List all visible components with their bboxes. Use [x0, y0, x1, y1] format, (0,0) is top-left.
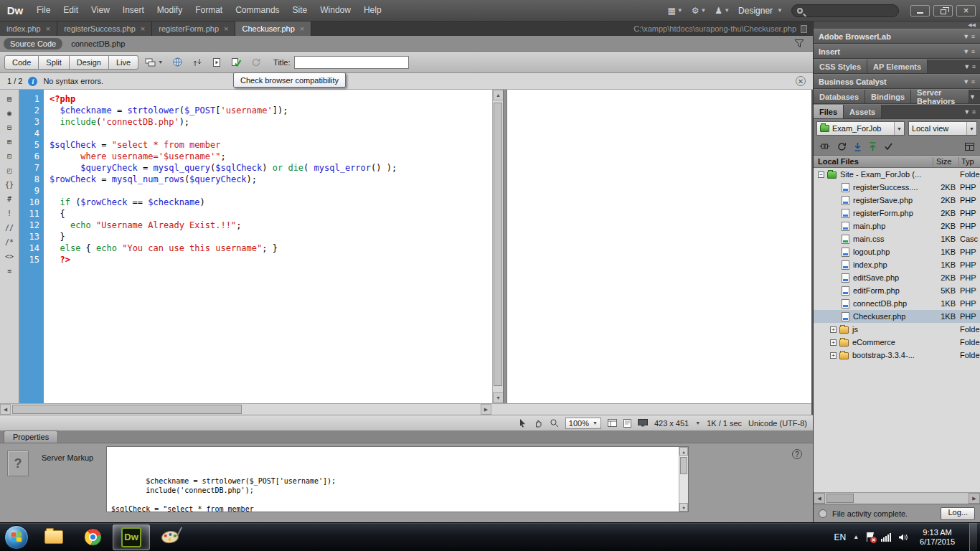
network-icon[interactable]: [881, 533, 891, 542]
server-markup-preview[interactable]: $checkname = strtolower($_POST['username…: [106, 446, 689, 512]
volume-icon[interactable]: [898, 533, 908, 542]
title-input[interactable]: [294, 56, 409, 69]
live-view-button[interactable]: Live: [109, 55, 138, 70]
scroll-right-icon[interactable]: ▶: [969, 493, 980, 504]
apply-comment-icon[interactable]: //: [3, 222, 16, 232]
properties-tab[interactable]: Properties: [4, 430, 58, 443]
scroll-right-icon[interactable]: ▶: [481, 404, 491, 415]
refresh-icon[interactable]: [837, 142, 847, 151]
tree-row-registerSave.php[interactable]: registerSave.php2KBPHP: [814, 194, 980, 207]
check-browser-compatibility-icon[interactable]: [228, 55, 245, 70]
log-button[interactable]: Log...: [941, 507, 975, 520]
preview-in-browser-icon[interactable]: [169, 55, 186, 70]
multiscreen-preview-icon[interactable]: ▼: [142, 55, 166, 70]
grid-view-icon[interactable]: [608, 419, 617, 427]
collapse-selection-icon[interactable]: ⊞: [3, 136, 16, 146]
code-vertical-scrollbar[interactable]: ▲ ▼: [492, 90, 503, 403]
source-code-button[interactable]: Source Code: [4, 38, 62, 50]
panel-menu-icon[interactable]: ▼: [969, 93, 980, 100]
column-local-files[interactable]: Local Files: [814, 157, 933, 166]
line-number-gutter[interactable]: 123456789101112131415: [19, 90, 44, 403]
w3c-validation-icon[interactable]: [209, 55, 225, 70]
zoom-tool-icon[interactable]: [550, 418, 559, 428]
menu-help[interactable]: Help: [357, 5, 388, 15]
put-files-icon[interactable]: [869, 142, 877, 151]
workspace-switcher[interactable]: Designer▼: [738, 6, 783, 16]
tree-row-main.css[interactable]: main.css1KBCasc: [814, 232, 980, 245]
scrollbar-thumb[interactable]: [12, 405, 242, 414]
design-view-button[interactable]: Design: [70, 55, 109, 70]
collapse-panels-icon[interactable]: ◀◀: [968, 22, 976, 28]
monitor-icon[interactable]: [638, 419, 648, 427]
highlight-invalid-code-icon[interactable]: !: [3, 208, 16, 218]
scrollbar-thumb[interactable]: [494, 103, 502, 386]
tree-row-editForm.php[interactable]: editForm.php5KBPHP: [814, 284, 980, 297]
select-parent-tag-icon[interactable]: ◰: [3, 165, 16, 175]
tree-row-main.php[interactable]: main.php2KBPHP: [814, 220, 980, 232]
get-files-icon[interactable]: [854, 142, 862, 151]
tab-close-icon[interactable]: ×: [141, 24, 145, 33]
balance-braces-icon[interactable]: {}: [3, 179, 16, 189]
file-management-icon[interactable]: [189, 55, 205, 70]
language-indicator[interactable]: EN: [834, 532, 846, 542]
scroll-left-icon[interactable]: ◀: [0, 404, 11, 415]
document-tab-registerForm.php[interactable]: registerForm.php×: [152, 22, 235, 36]
document-tab-Checkuser.php[interactable]: Checkuser.php×: [235, 22, 311, 36]
remove-comment-icon[interactable]: /*: [3, 237, 16, 247]
files-horizontal-scrollbar[interactable]: ◀ ▶: [814, 492, 980, 504]
menu-commands[interactable]: Commands: [229, 5, 286, 15]
close-info-bar-icon[interactable]: ✕: [796, 76, 806, 86]
tree-row-registerForm.php[interactable]: registerForm.php2KBPHP: [814, 207, 980, 220]
split-view-button[interactable]: Split: [39, 55, 69, 70]
line-numbers-icon[interactable]: #: [3, 194, 16, 204]
tab-ap-elements[interactable]: AP Elements: [867, 60, 928, 73]
scroll-up-icon[interactable]: ▲: [493, 90, 504, 100]
panel-business-catalyst[interactable]: Business Catalyst ▼ ≡: [814, 74, 980, 89]
taskbar-paint-button[interactable]: [151, 524, 189, 550]
hand-tool-icon[interactable]: [534, 418, 543, 428]
collapse-icon[interactable]: −: [818, 171, 824, 178]
taskbar-clock[interactable]: 9:13 AM 6/17/2015: [915, 528, 959, 547]
scroll-down-icon[interactable]: ▼: [493, 392, 504, 403]
expand-icon[interactable]: +: [830, 339, 837, 346]
design-view-pane[interactable]: [507, 90, 811, 403]
tab-bindings[interactable]: Bindings: [865, 90, 911, 103]
layout-switcher-icon[interactable]: ▦▼: [667, 6, 682, 16]
connect-to-remote-icon[interactable]: [819, 142, 830, 151]
view-select[interactable]: Local view ▼: [908, 121, 977, 136]
scroll-up-icon[interactable]: ▲: [679, 447, 688, 456]
column-size[interactable]: Size: [933, 157, 958, 166]
panel-menu-icon[interactable]: ▼ ≡: [963, 108, 980, 116]
filter-related-files-icon[interactable]: [794, 39, 804, 48]
menu-site[interactable]: Site: [286, 5, 314, 15]
scroll-left-icon[interactable]: ◀: [814, 493, 825, 504]
panel-browserlab[interactable]: Adobe BrowserLab ▼ ≡: [814, 29, 980, 44]
page-view-icon[interactable]: [623, 419, 631, 428]
collapse-full-tag-icon[interactable]: ⊟: [3, 122, 16, 132]
expand-panel-icon[interactable]: [965, 143, 974, 151]
tree-row-editSave.php[interactable]: editSave.php2KBPHP: [814, 271, 980, 284]
tab-close-icon[interactable]: ×: [300, 24, 304, 33]
zoom-level-select[interactable]: 100%▼: [565, 418, 601, 429]
recent-snippets-icon[interactable]: ≡: [3, 265, 16, 276]
preview-scrollbar[interactable]: ▲ ▼: [679, 447, 688, 512]
panel-menu-icon[interactable]: ▼ ≡: [963, 48, 975, 55]
tree-row-index.php[interactable]: index.php1KBPHP: [814, 258, 980, 271]
hidden-icons-icon[interactable]: ▲: [853, 534, 859, 540]
tab-close-icon[interactable]: ×: [46, 24, 50, 33]
gear-icon[interactable]: ⚙▼: [692, 6, 707, 16]
tree-row-bootstrap-3.3.4-...[interactable]: +bootstrap-3.3.4-...Folde: [814, 349, 980, 362]
scroll-down-icon[interactable]: ▼: [679, 503, 688, 512]
expand-all-icon[interactable]: ⊡: [3, 151, 16, 161]
tree-row-logout.php[interactable]: logout.php1KBPHP: [814, 245, 980, 258]
site-select[interactable]: Exam_ForJob ▼: [816, 121, 905, 136]
open-documents-icon[interactable]: ▤: [3, 93, 16, 103]
help-icon[interactable]: ?: [792, 449, 802, 459]
action-center-flag-icon[interactable]: ✕: [866, 532, 874, 542]
refresh-design-view-icon[interactable]: [248, 55, 264, 70]
tab-close-icon[interactable]: ×: [224, 24, 228, 33]
show-code-navigator-icon[interactable]: ◉: [3, 108, 16, 118]
expand-icon[interactable]: +: [830, 326, 837, 333]
taskbar-explorer-button[interactable]: [35, 524, 72, 550]
select-tool-icon[interactable]: [518, 418, 527, 428]
